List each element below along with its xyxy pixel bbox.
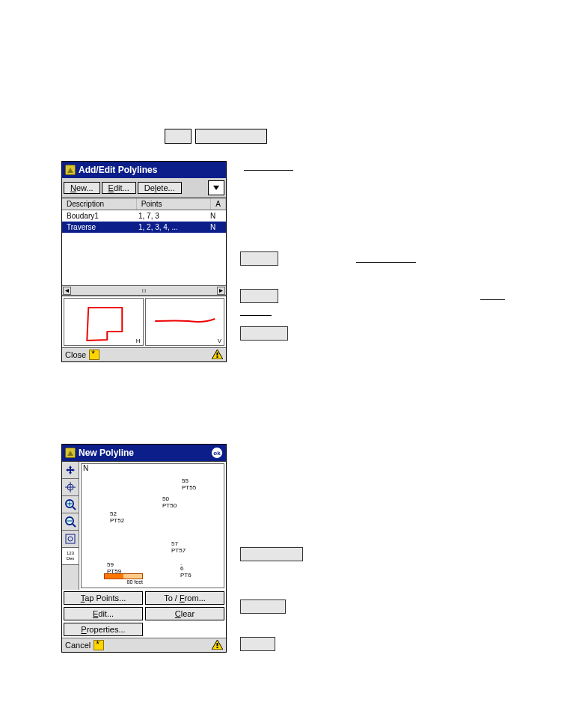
svg-line-14 xyxy=(73,524,76,527)
scroll-thumb[interactable]: III xyxy=(142,288,147,293)
scale-label: 80 feet xyxy=(104,579,143,585)
svg-line-10 xyxy=(73,507,76,510)
free-underline xyxy=(480,299,505,300)
table-body: Boudary1 1, 7, 3 N Traverse 1, 2, 3, 4, … xyxy=(62,210,226,285)
description-tool-label: 123 Des xyxy=(67,551,75,561)
free-box xyxy=(240,637,275,651)
properties-button[interactable]: Properties... xyxy=(64,623,143,636)
north-indicator: N xyxy=(83,464,88,472)
free-box xyxy=(240,326,288,341)
new-button[interactable]: NNew...ew... xyxy=(64,182,100,194)
cancel-button[interactable]: Cancel xyxy=(65,640,104,650)
window-title: New Polyline xyxy=(79,445,134,461)
edit-button[interactable]: Edit... xyxy=(102,182,136,194)
map-point[interactable]: 55PT55 xyxy=(182,477,196,491)
star-icon xyxy=(89,350,99,360)
free-underline xyxy=(240,315,272,316)
cell-desc: Boudary1 xyxy=(67,212,138,220)
map-canvas[interactable]: N 55PT55 50PT50 52PT52 57PT57 .6PT6 59PT… xyxy=(81,463,224,588)
svg-rect-1 xyxy=(217,353,218,356)
map-point[interactable]: 50PT50 xyxy=(162,495,177,509)
description-tool[interactable]: 123 Des xyxy=(62,548,79,565)
close-button[interactable]: Close xyxy=(65,350,99,360)
cell-a: N xyxy=(210,212,221,220)
command-buttons: Tap Points... To / From... Edit... Clear… xyxy=(62,590,226,638)
col-points[interactable]: Points xyxy=(137,198,212,210)
add-edit-polylines-window: Add/Edit Polylines NNew...ew... Edit... … xyxy=(61,161,227,362)
scale-bar: 80 feet xyxy=(104,573,143,585)
zoom-extents-tool[interactable] xyxy=(62,531,79,548)
map-point[interactable]: 57PT57 xyxy=(171,540,186,554)
col-description[interactable]: Description xyxy=(62,198,137,210)
window-title: Add/Edit Polylines xyxy=(79,162,157,178)
polyline-previews: H V xyxy=(62,296,226,347)
scroll-right-icon[interactable] xyxy=(217,287,225,295)
warning-icon[interactable] xyxy=(212,640,223,651)
svg-text:ok: ok xyxy=(213,450,221,457)
cell-points: 1, 2, 3, 4, ... xyxy=(138,223,210,231)
window-bottombar: Cancel xyxy=(62,638,226,652)
zoom-out-tool[interactable] xyxy=(62,513,79,531)
preview-label-v: V xyxy=(218,338,221,344)
col-a[interactable]: A xyxy=(211,198,226,210)
free-box xyxy=(240,547,303,561)
window-titlebar: Add/Edit Polylines xyxy=(62,162,226,178)
top-button-wide[interactable] xyxy=(195,129,267,144)
preview-vertical: V xyxy=(145,298,225,346)
app-icon xyxy=(65,448,76,458)
app-icon xyxy=(65,165,76,175)
cell-a: N xyxy=(210,223,221,231)
ok-button[interactable]: ok xyxy=(211,447,223,464)
free-box xyxy=(240,599,286,614)
pan-tool[interactable] xyxy=(62,462,79,479)
star-icon xyxy=(94,640,104,650)
edit-button[interactable]: Edit... xyxy=(64,607,143,620)
cell-desc: Traverse xyxy=(67,223,138,231)
table-hscrollbar[interactable]: III xyxy=(62,285,226,296)
table-row[interactable]: Traverse 1, 2, 3, 4, ... N xyxy=(62,222,226,233)
free-box xyxy=(240,251,278,266)
tap-points-button[interactable]: Tap Points... xyxy=(64,591,143,605)
toolbar: NNew...ew... Edit... Delete... xyxy=(62,178,226,198)
window-bottombar: Close xyxy=(62,347,226,361)
preview-horizontal: H xyxy=(64,298,144,346)
svg-point-17 xyxy=(68,537,73,541)
table-row[interactable]: Boudary1 1, 7, 3 N xyxy=(62,210,226,222)
table-header: Description Points A xyxy=(62,198,226,210)
new-polyline-window: New Polyline ok 123 Des xyxy=(61,444,227,653)
window-titlebar: New Polyline ok xyxy=(62,445,226,461)
toolbar-dropdown[interactable] xyxy=(208,180,224,195)
top-button-small[interactable] xyxy=(165,129,192,144)
cancel-label: Cancel xyxy=(65,641,91,650)
free-underline xyxy=(244,170,293,171)
free-underline xyxy=(356,262,416,263)
scroll-left-icon[interactable] xyxy=(63,287,71,295)
map-point[interactable]: 52PT52 xyxy=(110,510,124,524)
warning-icon[interactable] xyxy=(212,350,223,361)
chevron-down-icon xyxy=(213,186,219,190)
map-toolbar: 123 Des xyxy=(62,462,79,590)
preview-label-h: H xyxy=(136,338,141,344)
svg-rect-16 xyxy=(66,534,75,543)
free-box xyxy=(240,289,278,303)
cell-points: 1, 7, 3 xyxy=(138,212,210,220)
zoom-in-tool[interactable] xyxy=(62,496,79,513)
delete-button[interactable]: Delete... xyxy=(138,182,182,194)
to-from-button[interactable]: To / From... xyxy=(145,591,224,605)
map-area: 123 Des N 55PT55 50PT50 52PT52 57PT57 .6… xyxy=(62,461,226,590)
crosshair-tool[interactable] xyxy=(62,479,79,496)
svg-rect-18 xyxy=(217,643,218,646)
clear-button[interactable]: Clear xyxy=(145,607,224,620)
close-label: Close xyxy=(65,350,86,359)
map-point[interactable]: .6PT6 xyxy=(180,560,192,579)
svg-rect-2 xyxy=(217,356,218,358)
svg-rect-19 xyxy=(217,647,218,648)
